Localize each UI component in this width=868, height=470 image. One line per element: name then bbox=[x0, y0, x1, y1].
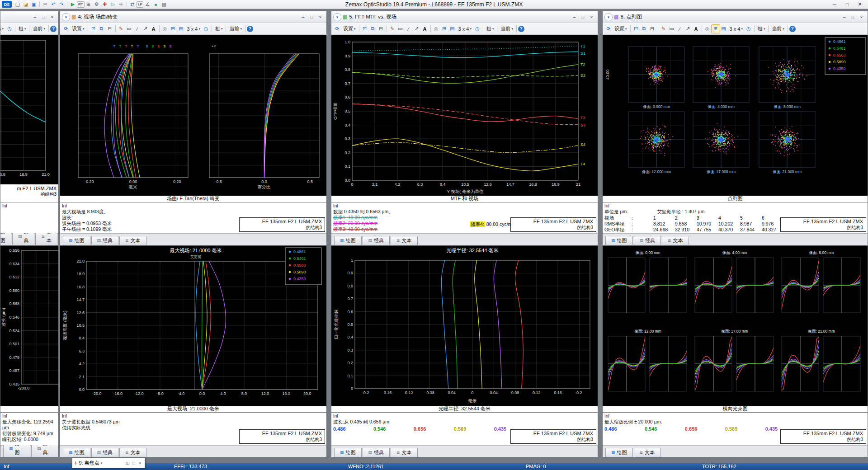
window-close-button[interactable]: × bbox=[857, 13, 866, 21]
redo-icon[interactable]: ↷ bbox=[57, 1, 66, 8]
line-icon[interactable]: ∕ bbox=[405, 25, 413, 33]
print-icon[interactable]: ⊟ bbox=[648, 25, 656, 33]
add-analysis-icon[interactable]: ✚ bbox=[101, 1, 109, 8]
line-icon[interactable]: ∕ bbox=[676, 25, 684, 33]
lf-icon[interactable]: LF bbox=[137, 1, 144, 8]
line-weight-dropdown[interactable]: 粗▾ bbox=[756, 24, 767, 33]
settings-dropdown[interactable]: 设置▾ bbox=[70, 24, 86, 33]
window-restore-button[interactable]: □ bbox=[39, 13, 48, 21]
settings-dropdown[interactable]: 设置▾ bbox=[341, 24, 358, 33]
window-close-button[interactable]: × bbox=[587, 13, 596, 21]
window-minimize-button[interactable]: ─ bbox=[31, 13, 39, 21]
print-icon[interactable]: ⊟ bbox=[377, 25, 385, 33]
print-icon[interactable]: ⊟ bbox=[106, 25, 114, 33]
layers-icon[interactable]: ▤ bbox=[448, 25, 457, 33]
window-titlebar[interactable]: ▾ ▦ 8: 点列图 ─ □ × bbox=[603, 11, 868, 23]
tab-text[interactable]: ≣文本 bbox=[634, 448, 661, 457]
window-titlebar[interactable]: ─ □ × bbox=[0, 11, 58, 23]
copy-icon[interactable]: ⊡ bbox=[361, 25, 369, 33]
window-grid-icon[interactable]: ⊞ bbox=[169, 25, 177, 33]
tab-classic[interactable]: ▤经典 bbox=[363, 236, 390, 245]
help-icon[interactable]: ? bbox=[518, 26, 524, 32]
tab-classic[interactable]: ▤经典 bbox=[363, 448, 390, 457]
window-menu-icon[interactable]: ▾ bbox=[62, 13, 70, 21]
rectangle-icon[interactable]: ▭ bbox=[396, 25, 405, 33]
tab-plot[interactable]: ▦绘图 bbox=[605, 236, 633, 245]
open-folder-icon[interactable]: ◪ bbox=[22, 1, 30, 8]
window-titlebar[interactable]: ▾ ▦ 5: FFT MTF vs. 视场 ─ □ × bbox=[331, 11, 598, 23]
run-macro-icon[interactable]: ● bbox=[151, 1, 160, 8]
text-annotation-icon[interactable]: A bbox=[692, 25, 700, 33]
config-dropdown[interactable]: 当前▾ bbox=[499, 24, 515, 33]
window-titlebar[interactable]: ▾ ▦ 4: 视场 场曲/畸变 ─ □ × bbox=[60, 11, 326, 23]
crosshair-icon[interactable]: ✛ bbox=[117, 1, 125, 8]
app-close-button[interactable]: ✕ bbox=[854, 1, 866, 8]
dock-icon[interactable]: ◫ bbox=[124, 461, 131, 465]
rectangle-icon[interactable]: ▭ bbox=[668, 25, 676, 33]
floating-window-defocus[interactable]: ✛ 9: 离焦点 ▾ ◫ □ × bbox=[72, 458, 145, 468]
window-grid-icon[interactable]: ⊞ bbox=[712, 25, 720, 33]
tab-text[interactable]: ≣文本 bbox=[391, 236, 418, 245]
chevron-down-icon[interactable]: ▾ bbox=[101, 461, 103, 465]
new-file-icon[interactable]: ▢ bbox=[14, 1, 22, 8]
opticstudio-logo[interactable]: DS bbox=[2, 1, 12, 8]
tab-plot[interactable]: ▦绘图 bbox=[334, 236, 362, 245]
help-icon[interactable]: ? bbox=[50, 26, 57, 32]
clock-icon[interactable]: ◷ bbox=[5, 25, 14, 33]
angle-icon[interactable]: ∠ bbox=[143, 1, 151, 8]
window-grid-icon[interactable]: ⊞ bbox=[440, 25, 448, 33]
layout-dropdown[interactable]: 3 x 4▾ bbox=[185, 25, 202, 33]
window-restore-button[interactable]: □ bbox=[849, 13, 857, 21]
undo-icon[interactable]: ↶ bbox=[49, 1, 57, 8]
book-icon[interactable]: ▤ bbox=[160, 1, 168, 8]
tab-text[interactable]: ≣文本 bbox=[391, 448, 418, 457]
app-minimize-button[interactable]: ─ bbox=[828, 1, 841, 8]
clock-icon[interactable]: ◷ bbox=[745, 25, 753, 33]
save-icon[interactable]: ▣ bbox=[30, 1, 38, 8]
pencil-icon[interactable]: ✎ bbox=[117, 25, 125, 33]
tab-classic[interactable]: ▤经典 bbox=[91, 236, 119, 245]
refresh-icon[interactable]: ⟳ bbox=[333, 25, 341, 33]
layout-dropdown[interactable]: 3 x 4▾ bbox=[0, 25, 5, 33]
lamp-icon[interactable]: ◎ bbox=[432, 25, 440, 33]
swap-icon[interactable]: ⇄ bbox=[128, 1, 137, 8]
line-icon[interactable]: ∕ bbox=[133, 25, 142, 33]
copy-window-icon[interactable]: ⧉ bbox=[640, 25, 648, 33]
config-dropdown[interactable]: 当前▾ bbox=[31, 24, 47, 33]
text-annotation-icon[interactable]: A bbox=[421, 25, 429, 33]
run-icon[interactable]: ▶ bbox=[69, 1, 77, 8]
lamp-icon[interactable]: ◎ bbox=[703, 25, 712, 33]
window-close-button[interactable]: × bbox=[316, 13, 325, 21]
window-close-button[interactable]: × bbox=[137, 461, 143, 465]
ray-trace-icon[interactable]: RT bbox=[77, 1, 85, 8]
window-menu-icon[interactable]: ▾ bbox=[333, 13, 341, 21]
tab-plot[interactable]: ▦绘图 bbox=[63, 448, 90, 457]
refresh-icon[interactable]: ⟳ bbox=[604, 25, 613, 33]
copy-window-icon[interactable]: ⧉ bbox=[369, 25, 377, 33]
tab-plot[interactable]: ▦绘图 bbox=[605, 448, 633, 457]
tab-classic[interactable]: ▤经典 bbox=[634, 236, 661, 245]
grid-icon[interactable]: ⊞ bbox=[85, 1, 93, 8]
arrow-icon[interactable]: ↗ bbox=[413, 25, 421, 33]
tab-classic[interactable]: ▤经典 bbox=[91, 448, 119, 457]
layers-icon[interactable]: ▤ bbox=[177, 25, 185, 33]
pencil-icon[interactable]: ✎ bbox=[660, 25, 668, 33]
arrow-icon[interactable]: ↗ bbox=[142, 25, 150, 33]
line-weight-dropdown[interactable]: 粗▾ bbox=[485, 24, 496, 33]
tab-plot[interactable]: ▦绘图 bbox=[334, 448, 362, 457]
config-dropdown[interactable]: 当前▾ bbox=[770, 24, 786, 33]
arrow-icon[interactable]: ↗ bbox=[684, 25, 692, 33]
layers-icon[interactable]: ▤ bbox=[720, 25, 728, 33]
config-dropdown[interactable]: 当前▾ bbox=[227, 24, 244, 33]
window-minimize-button[interactable]: ─ bbox=[299, 13, 307, 21]
clock-icon[interactable]: ◷ bbox=[202, 25, 210, 33]
settings-icon[interactable]: ⚙ bbox=[93, 1, 101, 8]
help-icon[interactable]: ? bbox=[789, 26, 796, 32]
pencil-icon[interactable]: ✎ bbox=[388, 25, 396, 33]
settings-dropdown[interactable]: 设置▾ bbox=[613, 24, 629, 33]
line-weight-dropdown[interactable]: 粗▾ bbox=[17, 24, 28, 33]
tab-text[interactable]: ≣文本 bbox=[119, 236, 146, 245]
copy-window-icon[interactable]: ⧉ bbox=[98, 25, 106, 33]
copy-icon[interactable]: ⊡ bbox=[90, 25, 98, 33]
window-minimize-button[interactable]: ─ bbox=[570, 13, 579, 21]
